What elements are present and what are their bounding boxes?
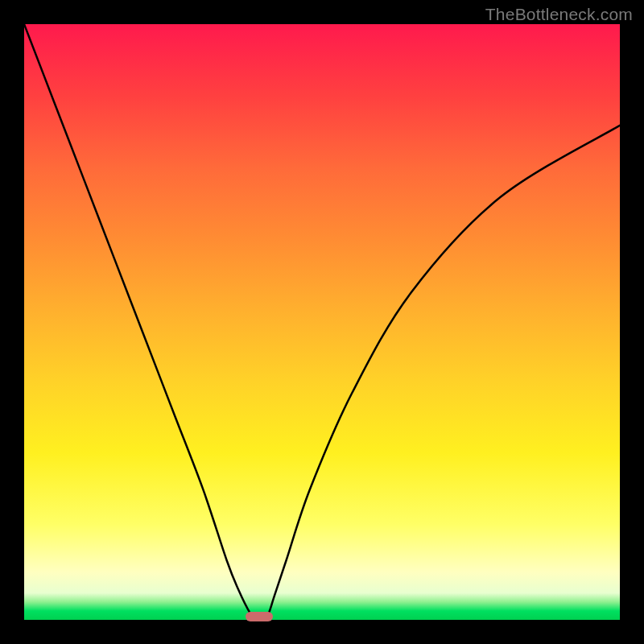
watermark-text: TheBottleneck.com: [485, 5, 633, 24]
plot-area: [24, 24, 620, 620]
curve-svg: [24, 24, 620, 620]
bottleneck-curve: [24, 24, 620, 620]
minimum-marker: [246, 612, 273, 621]
